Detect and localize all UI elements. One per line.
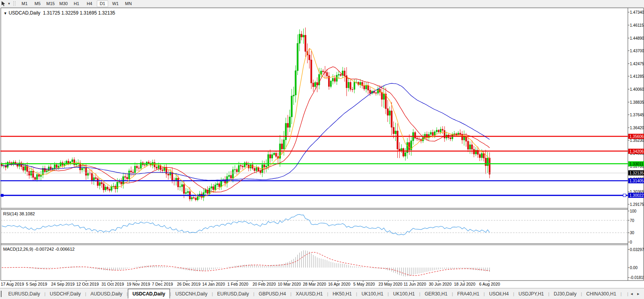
timeframe-button-mn[interactable]: MN [123, 0, 134, 7]
macd-axis-tick: -0.018154 [630, 275, 644, 280]
cursor-tool-icon[interactable] [1, 1, 7, 6]
price-tag-1.32135: 1.32135 [628, 171, 644, 176]
tab-scroll-arrows: | ◄ ► [626, 288, 644, 299]
chart-tab-2-audusd-daily[interactable]: AUDUSD,Daily [86, 290, 127, 298]
price-tag-1.35606: 1.35606 [628, 134, 644, 139]
rsi-axis-tick: 100 [630, 209, 637, 213]
hline-handle-right[interactable] [623, 194, 626, 197]
symbol-name: USDCAD,Daily [9, 10, 41, 16]
date-axis-label: 28 Mar 2020 [303, 282, 326, 286]
price-tag-1.33011: 1.33011 [628, 161, 644, 166]
chevron-down-icon[interactable]: ▼ [7, 2, 11, 6]
date-axis-label: 17 Aug 2019 [1, 282, 24, 286]
macd-histogram [2, 250, 490, 277]
chart-tab-16-china300-h1[interactable]: CHINA300,H1 [582, 290, 620, 298]
price-axis-tick: 1.43700 [630, 48, 644, 53]
date-axis-label: 10 Mar 2020 [278, 282, 301, 286]
tabbar-grip [1, 291, 2, 297]
date-axis-label: 31 Oct 2019 [101, 282, 124, 286]
chart-tab-5-eurusd-daily[interactable]: EURUSD,Daily [213, 290, 253, 298]
price-axis-tick: 1.46115 [630, 23, 644, 27]
tab-scroll-left-icon[interactable]: ◄ [628, 291, 635, 297]
rsi-axis-tick: 70 [630, 218, 634, 222]
date-axis-label: 11 Jun 2020 [404, 282, 426, 286]
chart-tab-15-dj30-daily[interactable]: DJ30,Daily [549, 290, 581, 298]
date-axis-label: 24 Sep 2019 [51, 282, 75, 286]
macd-axis-tick: 0.00 [630, 266, 637, 270]
rsi-line [2, 215, 490, 235]
price-tag-1.31405: 1.31405 [628, 178, 644, 183]
price-tag-1.34206: 1.34206 [628, 149, 644, 154]
chart-tab-4-usdcnh-daily[interactable]: USDCNH,Daily [171, 290, 212, 298]
chart-tab-13-usoil-h4[interactable]: USOil,H4 [485, 290, 513, 298]
sma-55-line [2, 83, 490, 180]
trading-platform-window: ▼ M1M5M15M30H1H4D1W1MN ▼USDCAD,Daily 1.3… [0, 0, 644, 299]
symbol-dropdown-icon[interactable]: ▼ [4, 11, 7, 15]
macd-signal-line [2, 252, 490, 276]
timeframe-button-m1[interactable]: M1 [19, 0, 30, 7]
chart-tab-0-eurusd-daily[interactable]: EURUSD,Daily [4, 290, 44, 298]
chart-tab-1-usdchf-daily[interactable]: USDCHF,Daily [46, 290, 85, 298]
macd-label: MACD(12,26,9) -0.007242 -0.006612 [3, 247, 75, 251]
chart-canvas[interactable] [0, 0, 644, 299]
date-axis-label: 12 Oct 2019 [76, 282, 99, 286]
chart-tab-12-fra40-h1[interactable]: FRA40,H1 [453, 290, 483, 298]
timeframe-button-d1[interactable]: D1 [97, 0, 108, 7]
date-axis-label: 7 Dec 2019 [152, 282, 173, 286]
candlestick-series [1, 28, 490, 201]
price-axis-tick: 1.29175 [630, 202, 644, 207]
timeframe-button-m15[interactable]: M15 [45, 0, 56, 7]
price-axis-tick: 1.37645 [630, 112, 644, 117]
ohlc-values: 1.31725 1.32259 1.31695 1.32135 [43, 10, 115, 16]
chart-tabs: EURUSD,Daily|USDCHF,Daily|AUDUSD,Daily|U… [4, 290, 644, 299]
timeframe-button-h1[interactable]: H1 [71, 0, 82, 7]
date-axis-label: 30 Jun 2020 [429, 282, 452, 286]
price-axis-tick: 1.38835 [630, 100, 644, 104]
rsi-label: RSI(14) 38.1082 [3, 211, 35, 216]
date-axis-label: 5 Sep 2019 [26, 282, 47, 286]
chart-tab-11-ger30-h1[interactable]: GER30,H1 [420, 290, 452, 298]
sma-8-line [2, 48, 490, 197]
date-axis-label: 16 Apr 2020 [328, 282, 351, 286]
macd-axis-tick: 0.032972 [630, 247, 644, 251]
date-axis-label: 26 Dec 2019 [177, 282, 201, 286]
date-axis-label: 18 Jul 2020 [454, 282, 475, 286]
timeframe-button-h4[interactable]: H4 [84, 0, 95, 7]
rsi-axis-tick: 30 [630, 231, 634, 235]
price-axis-tick: 1.42475 [630, 61, 644, 66]
chart-tabbar: EURUSD,Daily|USDCHF,Daily|AUDUSD,Daily|U… [0, 288, 644, 299]
hline-handle-left[interactable] [1, 194, 4, 197]
date-axis-label: 19 Nov 2019 [127, 282, 150, 286]
chart-tab-10-uk100-h1[interactable]: UK100,H1 [389, 290, 419, 298]
timeframe-button-w1[interactable]: W1 [110, 0, 121, 7]
timeframe-button-m5[interactable]: M5 [32, 0, 43, 7]
chart-tab-6-gbpusd-h4[interactable]: GBPUSD,H4 [255, 290, 290, 298]
chart-title: ▼USDCAD,Daily 1.31725 1.32259 1.31695 1.… [4, 10, 115, 16]
timeframe-button-m30[interactable]: M30 [58, 0, 69, 7]
price-axis-tick: 1.36420 [630, 125, 644, 130]
price-axis-tick: 1.44890 [630, 36, 644, 40]
price-axis-tick: 1.47340 [630, 10, 644, 15]
date-axis-label: 6 Aug 2020 [479, 282, 500, 286]
date-axis-label: 20 Feb 2020 [253, 282, 276, 286]
tab-scroll-right-icon[interactable]: ► [635, 291, 642, 297]
timeframe-toolbar: ▼ M1M5M15M30H1H4D1W1MN [0, 0, 644, 7]
date-axis-label: 14 Jan 2020 [202, 282, 225, 286]
price-axis-tick: 1.41285 [630, 74, 644, 79]
chart-tab-9-uk100-h1[interactable]: UK100,H1 [357, 290, 388, 298]
date-axis-label: 5 May 2020 [353, 282, 375, 286]
timeframe-buttons: M1M5M15M30H1H4D1W1MN [18, 0, 135, 7]
date-axis-label: 23 May 2020 [378, 282, 402, 286]
chart-tab-7-xauusd-h1[interactable]: XAUUSD,H1 [292, 290, 327, 298]
price-tag-1.30022: 1.30022 [628, 193, 644, 198]
toolbar-grip[interactable] [13, 1, 15, 6]
chart-tab-14-usdjpy-h1[interactable]: USDJPY,H1 [514, 290, 548, 298]
chart-tab-8-hk50-h1[interactable]: HK50,H1 [328, 290, 356, 298]
date-axis-label: 1 Feb 2020 [227, 282, 248, 286]
sma-20-line [2, 67, 490, 192]
chart-tab-3-usdcad-daily[interactable]: USDCAD,Daily [128, 289, 170, 299]
price-axis-tick: 1.40060 [630, 87, 644, 91]
rsi-axis-tick: 0 [630, 240, 632, 244]
